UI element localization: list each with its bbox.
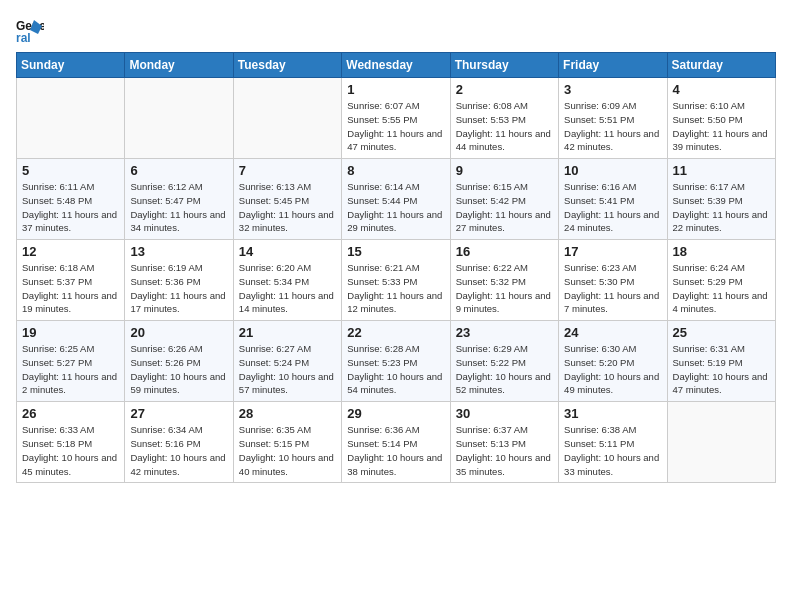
logo-icon: Gene ral [16,16,44,44]
day-number: 27 [130,406,227,421]
day-number: 18 [673,244,770,259]
week-row-1: 1Sunrise: 6:07 AM Sunset: 5:55 PM Daylig… [17,78,776,159]
day-info: Sunrise: 6:38 AM Sunset: 5:11 PM Dayligh… [564,423,661,478]
day-number: 17 [564,244,661,259]
week-row-4: 19Sunrise: 6:25 AM Sunset: 5:27 PM Dayli… [17,321,776,402]
calendar-cell: 20Sunrise: 6:26 AM Sunset: 5:26 PM Dayli… [125,321,233,402]
day-number: 1 [347,82,444,97]
weekday-header-saturday: Saturday [667,53,775,78]
day-info: Sunrise: 6:23 AM Sunset: 5:30 PM Dayligh… [564,261,661,316]
calendar-cell: 10Sunrise: 6:16 AM Sunset: 5:41 PM Dayli… [559,159,667,240]
day-number: 13 [130,244,227,259]
day-info: Sunrise: 6:21 AM Sunset: 5:33 PM Dayligh… [347,261,444,316]
calendar-cell: 15Sunrise: 6:21 AM Sunset: 5:33 PM Dayli… [342,240,450,321]
calendar-cell: 16Sunrise: 6:22 AM Sunset: 5:32 PM Dayli… [450,240,558,321]
day-info: Sunrise: 6:11 AM Sunset: 5:48 PM Dayligh… [22,180,119,235]
logo: Gene ral [16,16,48,44]
calendar-cell: 28Sunrise: 6:35 AM Sunset: 5:15 PM Dayli… [233,402,341,483]
calendar-cell: 3Sunrise: 6:09 AM Sunset: 5:51 PM Daylig… [559,78,667,159]
calendar-table: SundayMondayTuesdayWednesdayThursdayFrid… [16,52,776,483]
weekday-header-monday: Monday [125,53,233,78]
day-info: Sunrise: 6:09 AM Sunset: 5:51 PM Dayligh… [564,99,661,154]
weekday-header-row: SundayMondayTuesdayWednesdayThursdayFrid… [17,53,776,78]
calendar-cell: 25Sunrise: 6:31 AM Sunset: 5:19 PM Dayli… [667,321,775,402]
day-info: Sunrise: 6:34 AM Sunset: 5:16 PM Dayligh… [130,423,227,478]
day-number: 11 [673,163,770,178]
day-info: Sunrise: 6:19 AM Sunset: 5:36 PM Dayligh… [130,261,227,316]
day-info: Sunrise: 6:27 AM Sunset: 5:24 PM Dayligh… [239,342,336,397]
day-number: 20 [130,325,227,340]
calendar-cell: 13Sunrise: 6:19 AM Sunset: 5:36 PM Dayli… [125,240,233,321]
day-info: Sunrise: 6:36 AM Sunset: 5:14 PM Dayligh… [347,423,444,478]
day-number: 30 [456,406,553,421]
calendar-cell: 11Sunrise: 6:17 AM Sunset: 5:39 PM Dayli… [667,159,775,240]
weekday-header-friday: Friday [559,53,667,78]
day-number: 31 [564,406,661,421]
day-number: 23 [456,325,553,340]
calendar-cell: 1Sunrise: 6:07 AM Sunset: 5:55 PM Daylig… [342,78,450,159]
day-number: 9 [456,163,553,178]
calendar-cell: 9Sunrise: 6:15 AM Sunset: 5:42 PM Daylig… [450,159,558,240]
calendar-cell: 2Sunrise: 6:08 AM Sunset: 5:53 PM Daylig… [450,78,558,159]
day-number: 28 [239,406,336,421]
day-number: 15 [347,244,444,259]
weekday-header-wednesday: Wednesday [342,53,450,78]
day-info: Sunrise: 6:15 AM Sunset: 5:42 PM Dayligh… [456,180,553,235]
day-info: Sunrise: 6:35 AM Sunset: 5:15 PM Dayligh… [239,423,336,478]
day-info: Sunrise: 6:20 AM Sunset: 5:34 PM Dayligh… [239,261,336,316]
day-number: 5 [22,163,119,178]
week-row-2: 5Sunrise: 6:11 AM Sunset: 5:48 PM Daylig… [17,159,776,240]
calendar-cell: 17Sunrise: 6:23 AM Sunset: 5:30 PM Dayli… [559,240,667,321]
calendar-cell: 14Sunrise: 6:20 AM Sunset: 5:34 PM Dayli… [233,240,341,321]
day-number: 3 [564,82,661,97]
day-number: 8 [347,163,444,178]
day-info: Sunrise: 6:13 AM Sunset: 5:45 PM Dayligh… [239,180,336,235]
day-number: 6 [130,163,227,178]
day-info: Sunrise: 6:17 AM Sunset: 5:39 PM Dayligh… [673,180,770,235]
day-info: Sunrise: 6:30 AM Sunset: 5:20 PM Dayligh… [564,342,661,397]
calendar-cell: 4Sunrise: 6:10 AM Sunset: 5:50 PM Daylig… [667,78,775,159]
day-info: Sunrise: 6:37 AM Sunset: 5:13 PM Dayligh… [456,423,553,478]
week-row-3: 12Sunrise: 6:18 AM Sunset: 5:37 PM Dayli… [17,240,776,321]
calendar-cell [125,78,233,159]
day-number: 4 [673,82,770,97]
calendar-cell: 18Sunrise: 6:24 AM Sunset: 5:29 PM Dayli… [667,240,775,321]
calendar-cell: 5Sunrise: 6:11 AM Sunset: 5:48 PM Daylig… [17,159,125,240]
day-info: Sunrise: 6:07 AM Sunset: 5:55 PM Dayligh… [347,99,444,154]
day-number: 7 [239,163,336,178]
day-number: 21 [239,325,336,340]
day-info: Sunrise: 6:18 AM Sunset: 5:37 PM Dayligh… [22,261,119,316]
day-number: 12 [22,244,119,259]
day-info: Sunrise: 6:16 AM Sunset: 5:41 PM Dayligh… [564,180,661,235]
calendar-cell: 7Sunrise: 6:13 AM Sunset: 5:45 PM Daylig… [233,159,341,240]
page-header: Gene ral [16,16,776,44]
calendar-cell: 27Sunrise: 6:34 AM Sunset: 5:16 PM Dayli… [125,402,233,483]
day-number: 2 [456,82,553,97]
day-info: Sunrise: 6:24 AM Sunset: 5:29 PM Dayligh… [673,261,770,316]
day-info: Sunrise: 6:31 AM Sunset: 5:19 PM Dayligh… [673,342,770,397]
day-info: Sunrise: 6:26 AM Sunset: 5:26 PM Dayligh… [130,342,227,397]
day-number: 22 [347,325,444,340]
calendar-cell: 12Sunrise: 6:18 AM Sunset: 5:37 PM Dayli… [17,240,125,321]
day-number: 14 [239,244,336,259]
day-number: 26 [22,406,119,421]
calendar-cell [667,402,775,483]
calendar-cell: 6Sunrise: 6:12 AM Sunset: 5:47 PM Daylig… [125,159,233,240]
calendar-cell: 29Sunrise: 6:36 AM Sunset: 5:14 PM Dayli… [342,402,450,483]
weekday-header-tuesday: Tuesday [233,53,341,78]
day-info: Sunrise: 6:14 AM Sunset: 5:44 PM Dayligh… [347,180,444,235]
calendar-cell [17,78,125,159]
day-info: Sunrise: 6:10 AM Sunset: 5:50 PM Dayligh… [673,99,770,154]
calendar-cell: 31Sunrise: 6:38 AM Sunset: 5:11 PM Dayli… [559,402,667,483]
day-number: 29 [347,406,444,421]
day-info: Sunrise: 6:29 AM Sunset: 5:22 PM Dayligh… [456,342,553,397]
calendar-cell: 21Sunrise: 6:27 AM Sunset: 5:24 PM Dayli… [233,321,341,402]
weekday-header-sunday: Sunday [17,53,125,78]
calendar-cell: 26Sunrise: 6:33 AM Sunset: 5:18 PM Dayli… [17,402,125,483]
calendar-cell: 22Sunrise: 6:28 AM Sunset: 5:23 PM Dayli… [342,321,450,402]
calendar-cell: 30Sunrise: 6:37 AM Sunset: 5:13 PM Dayli… [450,402,558,483]
day-info: Sunrise: 6:08 AM Sunset: 5:53 PM Dayligh… [456,99,553,154]
day-number: 10 [564,163,661,178]
day-number: 16 [456,244,553,259]
day-info: Sunrise: 6:28 AM Sunset: 5:23 PM Dayligh… [347,342,444,397]
